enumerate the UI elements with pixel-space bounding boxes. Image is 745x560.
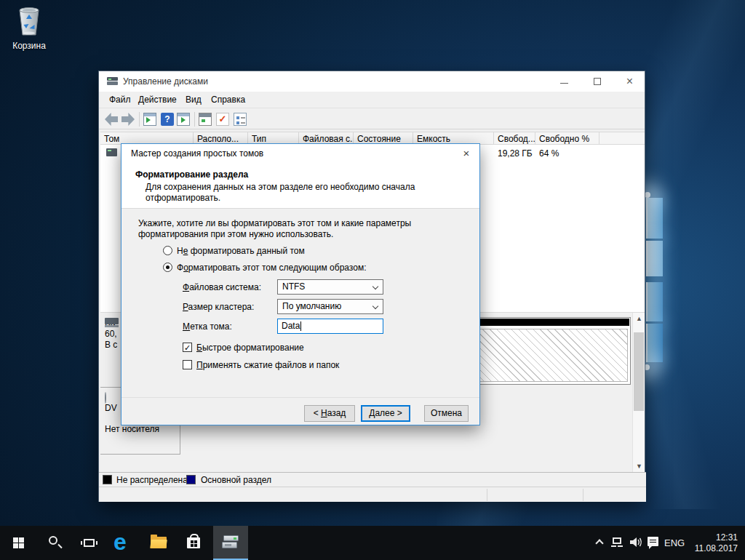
back-arrow-icon[interactable] [105,113,118,126]
network-icon[interactable] [611,537,623,546]
start-button[interactable] [1,526,36,560]
menu-action[interactable]: Действие [137,92,178,108]
compression-label: Применять сжатие файлов и папок [196,360,339,370]
disk-stack-icon [222,535,239,550]
dialog-header: Форматирование раздела Для сохранения да… [121,163,479,209]
dialog-titlebar[interactable]: Мастер создания простых томов × [121,144,479,163]
maximize-button[interactable] [581,71,613,92]
menu-file[interactable]: Файл [108,92,132,108]
scrollbar-thumb[interactable] [634,332,644,411]
properties-list-icon[interactable] [234,113,247,126]
cluster-size-value: По умолчанию [282,300,341,313]
task-view-icon [84,539,95,547]
disk-management-app-icon [107,76,118,86]
tray-show-hidden-icons-chevron[interactable] [595,539,603,547]
dialog-body: Укажите, хотите ли вы форматировать этот… [121,209,479,397]
toolbar-separator [194,112,195,127]
recycle-bin-shortcut[interactable]: Корзина [6,4,52,58]
recycle-bin-label: Корзина [6,41,52,51]
help-icon[interactable]: ? [161,113,174,126]
volume-label-input[interactable]: Data [277,319,383,334]
dialog-title: Мастер создания простых томов [131,144,263,163]
toolbar-separator [139,112,140,127]
format-instruction: Укажите, хотите ли вы форматировать этот… [138,218,473,240]
quick-format-label: Быстрое форматирование [196,343,304,353]
volume-disk-icon [106,148,117,156]
radio-circle[interactable] [163,246,172,255]
task-view-button[interactable] [71,526,106,560]
radio-format-volume-label: Форматировать этот том следующим образом… [177,263,366,273]
menu-view[interactable]: Вид [184,92,203,108]
column-free-pct[interactable]: Свободно % [535,132,599,144]
action-center-icon[interactable] [648,537,658,546]
column-free[interactable]: Свобод... [494,132,535,144]
wallpaper-logo-pane [646,282,663,321]
wallpaper-logo-pane [646,324,663,362]
microsoft-store-button[interactable] [176,526,211,560]
column-filesystem[interactable]: Файловая с... [299,132,354,144]
menu-bar: Файл Действие Вид Справка [99,92,645,108]
desktop: Корзина Управление дисками × Файл Действ… [0,0,745,560]
scroll-up-arrow[interactable]: ▲ [633,313,645,325]
filesystem-select[interactable]: NTFS [277,279,383,295]
file-explorer-button[interactable] [141,526,176,560]
volume-label-value: Data [282,319,300,333]
show-console-tree-icon[interactable] [177,113,190,126]
dialog-button-bar: < Назад Далее > Отмена [121,397,479,426]
status-bar [99,487,646,502]
taskbar-clock[interactable]: 12:31 11.08.2017 [690,532,738,554]
column-volume[interactable]: Том [100,132,194,144]
forward-arrow-icon[interactable] [121,113,135,126]
vertical-scrollbar[interactable]: ▲ ▼ [632,313,645,473]
next-button[interactable]: Далее > [361,405,410,422]
disk-management-taskbar-button-active[interactable] [213,526,248,560]
status-divider [487,489,487,501]
popup-window-icon[interactable] [199,113,212,126]
taskbar: e ENG 12:31 11.08.2017 [0,526,745,560]
radio-circle-selected[interactable] [163,263,172,272]
volume-icon[interactable] [630,537,643,551]
edge-browser-button[interactable]: e [106,526,141,560]
language-indicator[interactable]: ENG [664,537,685,548]
legend-unallocated-label: Не распределена [116,475,188,485]
console-window-icon[interactable] [143,113,156,126]
volume-free-space: 19,28 ГБ [498,148,533,159]
cancel-button[interactable]: Отмена [424,405,469,422]
wallpaper-logo-pane [646,198,663,239]
checkbox-unchecked[interactable] [183,360,192,369]
cdrom-icon [105,392,106,404]
column-blank [599,132,645,144]
volume-free-percent: 64 % [539,148,559,159]
legend-unallocated-swatch [103,475,112,484]
menu-help[interactable]: Справка [210,92,247,108]
cluster-size-select[interactable]: По умолчанию [277,299,383,314]
close-button[interactable]: × [613,71,646,92]
folder-icon [151,537,167,548]
scroll-down-arrow[interactable]: ▼ [633,460,645,473]
dialog-close-button[interactable]: × [453,144,479,163]
filesystem-value: NTFS [282,280,305,294]
minimize-button[interactable] [548,71,581,92]
search-icon [49,536,57,545]
clock-date: 11.08.2017 [690,543,738,554]
legend-primary-label: Основной раздел [201,475,271,485]
windows-logo-icon [13,537,24,548]
cluster-size-label: Размер кластера: [183,302,254,312]
dialog-description: Для сохранения данных на этом разделе ег… [146,182,450,204]
checkmark-document-icon[interactable]: ✓ [216,113,229,126]
column-layout[interactable]: Располо... [194,132,248,144]
clock-time: 12:31 [690,532,738,543]
column-capacity[interactable]: Емкость [413,132,494,144]
column-type[interactable]: Тип [248,132,299,144]
window-titlebar[interactable]: Управление дисками × [99,71,645,92]
chevron-down-icon [372,303,378,309]
taskbar-search-button[interactable] [36,526,71,560]
edge-icon: e [113,529,127,556]
recycle-bin-icon [14,4,44,36]
checkbox-checked[interactable]: ✓ [183,343,192,352]
wallpaper-logo-pane [646,241,663,276]
dialog-heading: Форматирование раздела [135,169,248,180]
back-button[interactable]: < Назад [304,405,355,422]
toolbar: ? ✓ [99,108,645,129]
column-status[interactable]: Состояние [354,132,413,144]
